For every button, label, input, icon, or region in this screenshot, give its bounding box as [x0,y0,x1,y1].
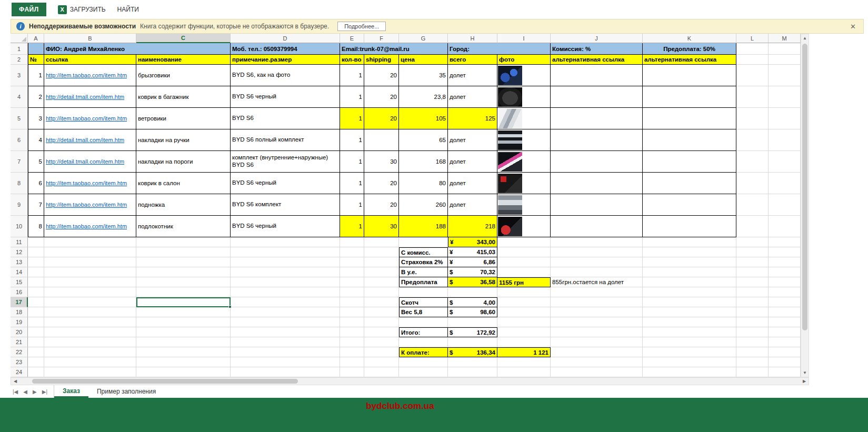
header-cell-K2[interactable]: альтернативная ссылка [643,55,736,65]
cell-K22[interactable] [643,347,736,357]
row-header-6[interactable]: 6 [11,129,28,151]
row-header-13[interactable]: 13 [11,257,28,267]
cell-prepayment[interactable]: Предоплата: 50% [643,43,736,55]
cell-E23[interactable] [340,357,364,367]
cell-L5[interactable] [736,108,769,129]
cell-K7[interactable] [643,151,736,173]
cell-E6[interactable]: 1 [340,129,364,151]
cell-I16[interactable] [497,287,551,297]
cell-H9[interactable]: долет [448,194,497,216]
cell-G23[interactable] [399,357,448,367]
row-header-7[interactable]: 7 [11,151,28,173]
close-warning-icon[interactable]: ✕ [848,23,858,31]
cell-I14[interactable] [497,267,551,277]
cell-M3[interactable] [769,65,801,86]
cell-C24[interactable] [136,367,231,377]
cell-D3[interactable]: BYD S6, как на фото [231,65,340,86]
cell-B10[interactable]: http://item.taobao.com/item.htm [44,216,136,237]
cell-D17[interactable] [231,297,340,307]
cell-G5[interactable]: 105 [399,108,448,129]
cell-F3[interactable]: 20 [364,65,399,86]
cell-M9[interactable] [769,194,801,216]
cell-M13[interactable] [769,257,801,267]
cell-E12[interactable] [340,247,364,257]
cell-C16[interactable] [136,287,231,297]
cell-G14[interactable]: В у.е. [399,267,448,277]
column-header-K[interactable]: K [643,34,736,43]
cell-F5[interactable]: 20 [364,108,399,129]
cell-I24[interactable] [497,367,551,377]
cell-I4[interactable] [497,86,551,108]
header-cell-C2[interactable]: наименование [136,55,231,65]
cell-J22[interactable] [551,347,643,357]
cell-H4[interactable]: долет [448,86,497,108]
cell-H20[interactable]: $172,92 [448,327,497,337]
cell-B9[interactable]: http://item.taobao.com/item.htm [44,194,136,216]
row-header-18[interactable]: 18 [11,307,28,317]
cell-H17[interactable]: $4,00 [448,297,497,307]
cell-B21[interactable] [44,337,136,347]
row-header-5[interactable]: 5 [11,108,28,129]
cell-A7[interactable]: 5 [28,151,44,173]
cell-H3[interactable]: долет [448,65,497,86]
column-header-H[interactable]: H [448,34,497,43]
cell-F21[interactable] [364,337,399,347]
cell-F16[interactable] [364,287,399,297]
cell-I23[interactable] [497,357,551,367]
cell-I11[interactable] [497,237,551,247]
cell-I19[interactable] [497,317,551,327]
cell-J24[interactable] [551,367,643,377]
cell-E4[interactable]: 1 [340,86,364,108]
details-button[interactable]: Подробнее... [337,22,386,31]
cell-L2[interactable] [736,55,769,65]
cell-M19[interactable] [769,317,801,327]
cell-A22[interactable] [28,347,44,357]
cell-B22[interactable] [44,347,136,357]
vertical-scrollbar[interactable]: ▲ ▼ [801,34,809,377]
download-menu-item[interactable]: X ЗАГРУЗИТЬ [58,5,106,14]
scroll-up-icon[interactable]: ▲ [801,34,809,42]
cell-A11[interactable] [28,237,44,247]
cell-J9[interactable] [551,194,643,216]
cell-L24[interactable] [736,367,769,377]
cell-H24[interactable] [448,367,497,377]
cell-D15[interactable] [231,277,340,287]
cell-J16[interactable] [551,287,643,297]
cell-I22[interactable]: 1 121 [497,347,551,357]
cell-H7[interactable]: долет [448,151,497,173]
row-header-12[interactable]: 12 [11,247,28,257]
product-link[interactable]: http://item.taobao.com/item.htm [46,202,127,208]
cell-G3[interactable]: 35 [399,65,448,86]
row-header-17[interactable]: 17 [11,297,28,307]
product-link[interactable]: http://item.taobao.com/item.htm [46,115,127,122]
cell-A10[interactable]: 8 [28,216,44,237]
cell-A23[interactable] [28,357,44,367]
cell-C12[interactable] [136,247,231,257]
row-header-21[interactable]: 21 [11,337,28,347]
cell-M2[interactable] [769,55,801,65]
cell-H16[interactable] [448,287,497,297]
cell-L4[interactable] [736,86,769,108]
cell-A5[interactable]: 3 [28,108,44,129]
product-link[interactable]: http://item.taobao.com/item.htm [46,180,127,186]
cell-G20[interactable]: Итого: [399,327,448,337]
cell-K5[interactable] [643,108,736,129]
cell-F22[interactable] [364,347,399,357]
cell-I10[interactable] [497,216,551,237]
cell-M12[interactable] [769,247,801,257]
cell-I7[interactable] [497,151,551,173]
cell-H14[interactable]: $70,32 [448,267,497,277]
cell-M24[interactable] [769,367,801,377]
cell-J4[interactable] [551,86,643,108]
cell-I13[interactable] [497,257,551,267]
cell-I6[interactable] [497,129,551,151]
cell-L14[interactable] [736,267,769,277]
cell-E14[interactable] [340,267,364,277]
tab-primer-zapolneniya[interactable]: Пример заполнения [88,385,164,398]
cell-L16[interactable] [736,287,769,297]
cell-A1[interactable] [28,43,44,55]
cell-D23[interactable] [231,357,340,367]
cell-D24[interactable] [231,367,340,377]
cell-D12[interactable] [231,247,340,257]
cell-H12[interactable]: ¥415,03 [448,247,497,257]
